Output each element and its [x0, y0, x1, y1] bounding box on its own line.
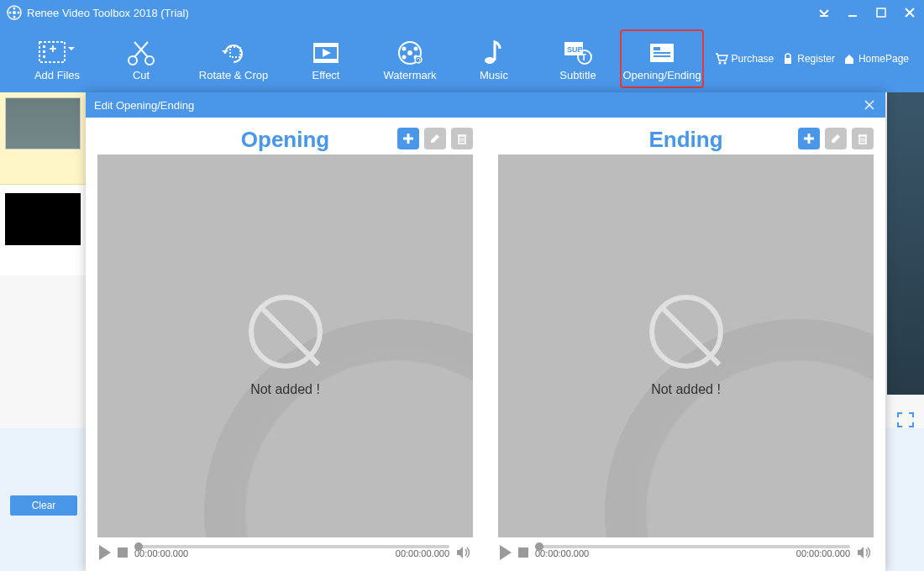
- ending-progress-bar[interactable]: [535, 545, 850, 548]
- svg-rect-39: [654, 52, 670, 54]
- preview-strip: [887, 92, 924, 395]
- svg-rect-23: [314, 44, 338, 47]
- opening-stop-button[interactable]: [118, 547, 128, 558]
- clear-button[interactable]: Clear: [10, 495, 77, 516]
- app-logo-icon: [7, 5, 22, 20]
- opening-controls: 00:00:00.000 00:00:00.000: [97, 537, 473, 568]
- fullscreen-button[interactable]: [894, 410, 917, 430]
- effect-icon: [309, 37, 343, 69]
- thumbnail-list: [0, 185, 86, 275]
- opening-preview: Not added !: [97, 155, 473, 537]
- ending-time-start: 00:00:00.000: [535, 548, 589, 558]
- selected-thumbnail-strip: [0, 92, 86, 185]
- ending-time-end: 00:00:00.000: [796, 548, 850, 558]
- svg-rect-13: [43, 50, 45, 53]
- dialog-titlebar: Edit Opening/Ending: [86, 92, 885, 118]
- svg-point-18: [145, 56, 154, 65]
- svg-point-42: [723, 62, 726, 65]
- svg-point-31: [415, 56, 422, 63]
- svg-rect-38: [654, 47, 660, 50]
- toolbar-label: Rotate & Crop: [199, 69, 268, 81]
- video-thumbnail[interactable]: [5, 97, 81, 149]
- opening-panel: Opening Not added !: [97, 124, 473, 568]
- toolbar-label: Music: [480, 69, 508, 81]
- no-content-icon: [249, 295, 323, 369]
- ending-add-button[interactable]: [798, 128, 820, 149]
- svg-rect-43: [785, 58, 791, 64]
- svg-rect-21: [230, 47, 240, 57]
- ending-preview: Not added !: [498, 155, 874, 537]
- svg-point-26: [407, 50, 412, 55]
- watermark-icon: [393, 37, 427, 69]
- toolbar-label: Subtitle: [559, 69, 596, 81]
- ending-delete-button: [852, 128, 874, 149]
- toolbar-label: Watermark: [383, 69, 436, 81]
- music-button[interactable]: Music: [452, 29, 536, 88]
- svg-point-32: [485, 57, 495, 64]
- edit-opening-ending-dialog: Edit Opening/Ending Opening: [86, 92, 885, 571]
- svg-point-3: [18, 12, 20, 14]
- toolbar-label: Cut: [133, 69, 150, 81]
- video-thumbnail[interactable]: [5, 193, 81, 245]
- toolbar-label: Add Files: [34, 69, 80, 81]
- svg-point-1: [13, 11, 16, 14]
- titlebar: Renee Video Toolbox 2018 (Trial): [0, 0, 924, 25]
- subtitle-icon: SUBT: [561, 37, 595, 69]
- main-toolbar: Add Files Cut Rotate & Crop Effect Water…: [0, 25, 924, 92]
- opening-edit-button: [424, 128, 446, 149]
- svg-point-28: [414, 46, 418, 50]
- opening-time-start: 00:00:00.000: [134, 548, 188, 558]
- add-files-button[interactable]: Add Files: [15, 29, 99, 88]
- opening-progress-bar[interactable]: [134, 545, 449, 548]
- register-link[interactable]: Register: [782, 53, 835, 65]
- purchase-link[interactable]: Purchase: [715, 53, 774, 65]
- svg-point-41: [718, 62, 721, 65]
- svg-point-4: [13, 8, 16, 10]
- opening-ending-icon: [645, 37, 679, 69]
- minimize-button[interactable]: [845, 5, 860, 20]
- app-title: Renee Video Toolbox 2018 (Trial): [27, 7, 189, 19]
- toolbar-label: Opening/Ending: [622, 69, 701, 81]
- effect-button[interactable]: Effect: [284, 29, 368, 88]
- svg-point-2: [9, 12, 12, 14]
- scissors-icon: [124, 37, 158, 69]
- dialog-title: Edit Opening/Ending: [94, 99, 194, 112]
- ending-controls: 00:00:00.000 00:00:00.000: [498, 537, 874, 568]
- ending-play-button[interactable]: [500, 545, 512, 560]
- svg-point-5: [13, 16, 16, 18]
- homepage-label: HomePage: [858, 53, 909, 65]
- purchase-label: Purchase: [732, 53, 774, 65]
- svg-rect-12: [43, 45, 45, 48]
- svg-rect-14: [43, 55, 45, 58]
- watermark-button[interactable]: Watermark: [368, 29, 452, 88]
- opening-volume-button[interactable]: [456, 546, 471, 559]
- toolbar-label: Effect: [312, 69, 339, 81]
- ending-heading: Ending: [648, 127, 722, 153]
- music-icon: [481, 37, 507, 69]
- ending-edit-button: [825, 128, 847, 149]
- opening-add-button[interactable]: [397, 128, 419, 149]
- rotate-crop-button[interactable]: Rotate & Crop: [183, 29, 284, 88]
- ending-volume-button[interactable]: [857, 546, 872, 559]
- opening-ending-button[interactable]: Opening/Ending: [620, 29, 704, 88]
- dialog-close-button[interactable]: [862, 97, 877, 113]
- cut-button[interactable]: Cut: [99, 29, 183, 88]
- homepage-link[interactable]: HomePage: [843, 53, 909, 65]
- ending-panel: Ending Not added !: [498, 124, 874, 568]
- cart-icon: [715, 53, 728, 65]
- opening-time-end: 00:00:00.000: [396, 548, 449, 558]
- add-files-icon: [38, 37, 76, 69]
- register-label: Register: [797, 53, 835, 65]
- subtitle-button[interactable]: SUBT Subtitle: [536, 29, 620, 88]
- dropdown-icon[interactable]: [816, 5, 832, 20]
- opening-heading: Opening: [241, 127, 329, 153]
- maximize-button[interactable]: [874, 5, 889, 20]
- ending-stop-button[interactable]: [518, 547, 528, 558]
- svg-point-29: [402, 55, 407, 59]
- svg-rect-8: [877, 8, 885, 17]
- close-button[interactable]: [902, 5, 917, 20]
- opening-play-button[interactable]: [99, 545, 111, 560]
- svg-rect-24: [314, 59, 338, 62]
- opening-delete-button: [451, 128, 473, 149]
- svg-point-17: [129, 56, 137, 65]
